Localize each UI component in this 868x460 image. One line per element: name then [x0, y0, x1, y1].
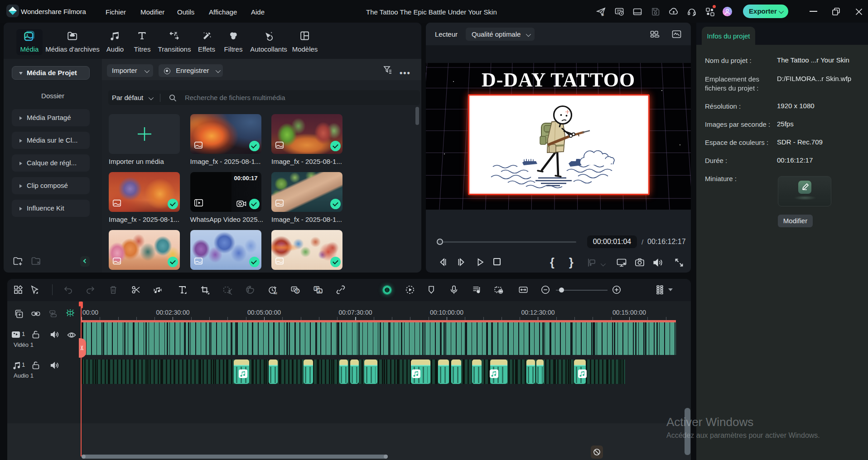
svg-text:8: 8	[602, 13, 604, 16]
svg-text:AI: AI	[274, 291, 277, 295]
svg-text:T: T	[296, 289, 298, 293]
